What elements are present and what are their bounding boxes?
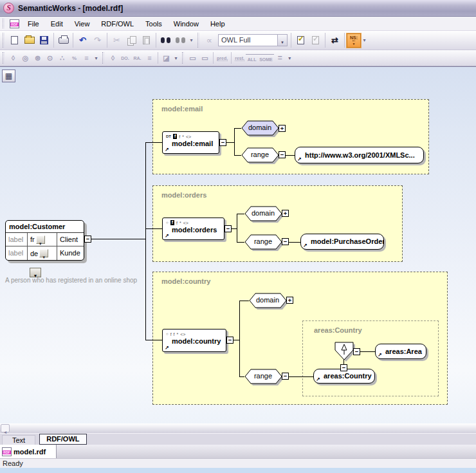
tab-rdfowl[interactable]: RDF/OWL — [39, 434, 86, 445]
owl-level-combobox[interactable]: OWL Full — [218, 34, 288, 46]
horizontal-scrollbar[interactable] — [0, 423, 476, 433]
square-class-tool-button[interactable]: ▭ — [199, 52, 211, 64]
domain-tool-button[interactable]: DO. — [119, 52, 131, 64]
collapse-box-orders-range[interactable] — [282, 238, 289, 245]
file-tab-model-rdf[interactable]: RDF model.rdf — [0, 445, 57, 458]
toolbar-grip[interactable] — [3, 19, 5, 28]
property-node-email[interactable]: DT f f * <> model:email — [162, 131, 219, 154]
toolbar-overflow-chevron[interactable] — [188, 31, 195, 50]
menu-tools[interactable]: Tools — [140, 18, 168, 30]
expand-box-orders-domain[interactable] — [282, 210, 289, 217]
check-syntax-button[interactable]: ✓ — [293, 33, 308, 48]
sync-button[interactable]: ⇄ — [327, 33, 342, 48]
domain-hexagon[interactable]: domain — [249, 293, 289, 311]
toolbar-grip[interactable] — [102, 52, 104, 64]
functional-badge: f — [173, 134, 177, 139]
property-node-orders[interactable]: ○ f f * <> model:orders — [162, 218, 224, 240]
toolbar-grip[interactable] — [182, 52, 184, 64]
goto-arrow-icon[interactable] — [303, 243, 307, 248]
toolbar-overflow-chevron[interactable] — [286, 50, 293, 66]
goto-arrow-icon[interactable] — [316, 377, 320, 382]
rounded-class-tool-button[interactable]: ▭ — [187, 52, 199, 64]
language-dropdown-button[interactable] — [36, 236, 45, 244]
open-button[interactable] — [22, 33, 37, 48]
toolbar-overflow-chevron[interactable] — [361, 31, 368, 50]
half-square-tool-button[interactable]: ◪ — [160, 52, 172, 64]
new-button[interactable] — [7, 33, 22, 48]
print-button[interactable] — [56, 33, 71, 48]
check-semantics-button[interactable]: ✓ — [308, 33, 323, 48]
overview-button[interactable] — [2, 70, 15, 82]
percent-tool-button[interactable]: % — [68, 52, 80, 64]
collapse-box-subclass-right[interactable] — [353, 348, 360, 355]
connector-line — [234, 128, 241, 129]
goto-arrow-icon[interactable] — [165, 147, 169, 153]
paste-button[interactable] — [139, 33, 154, 48]
base-uri-button[interactable]: ∝ — [202, 33, 217, 48]
menu-window[interactable]: Window — [168, 18, 205, 30]
tab-text[interactable]: Text — [2, 435, 35, 445]
goto-arrow-icon[interactable] — [165, 234, 169, 239]
circle-star-tool-button[interactable]: ⊛ — [32, 52, 44, 64]
range-target-node-xmlschema[interactable]: http://www.w3.org/2001/XMLSc... — [295, 147, 424, 163]
namespace-button[interactable]: NS: — [347, 33, 361, 48]
menu-rdfowl[interactable]: RDF/OWL — [95, 18, 140, 30]
goto-arrow-icon[interactable] — [165, 346, 169, 351]
pin-tool-button-2[interactable]: ◊ — [107, 52, 119, 64]
circles-tool-button[interactable]: ◎ — [19, 52, 32, 64]
collapse-box-customer[interactable] — [84, 236, 91, 243]
menu-file[interactable]: File — [22, 18, 45, 30]
redo-button[interactable]: ↷ — [90, 33, 105, 48]
find-next-binoculars-icon — [176, 37, 185, 43]
find-button[interactable] — [158, 33, 173, 48]
node-tree-tool-button[interactable]: ∴ — [56, 52, 68, 64]
class-node-customer[interactable]: model:Customer label fr Client label de … — [5, 220, 84, 261]
cut-button[interactable]: ✂ — [109, 33, 124, 48]
menu-help[interactable]: Help — [205, 18, 231, 30]
allvaluesfrom-tool-button[interactable]: ALL — [246, 54, 258, 64]
pin-tool-button[interactable]: ◊ — [7, 52, 19, 64]
scroll-left-button[interactable] — [1, 424, 10, 432]
copy-button[interactable] — [124, 33, 139, 48]
toolbar-overflow-chevron[interactable] — [93, 50, 100, 66]
toolbar-grip[interactable] — [3, 33, 5, 48]
restriction-tool-button[interactable]: rest. — [233, 52, 246, 64]
class-node-areas-area[interactable]: areas:Area — [375, 344, 426, 359]
range-target-node-purchaseorder[interactable]: model:PurchaseOrder — [300, 234, 384, 250]
collapse-box-subclass-down[interactable] — [340, 364, 347, 371]
circle-dot-tool-button[interactable]: ⊙ — [44, 52, 56, 64]
collapse-box-email-range[interactable] — [279, 151, 286, 158]
range-tool-button[interactable]: RA. — [131, 52, 143, 64]
collapse-box-orders[interactable] — [224, 225, 232, 232]
domain-hexagon[interactable]: domain — [241, 120, 281, 138]
goto-arrow-icon[interactable] — [297, 157, 302, 162]
toolbar-grip[interactable] — [3, 52, 5, 64]
save-button[interactable] — [37, 33, 51, 48]
collapse-box-country[interactable] — [226, 337, 233, 344]
expand-box-country-domain[interactable] — [286, 297, 293, 304]
range-hexagon[interactable]: range — [241, 147, 281, 165]
combobox-dropdown-button[interactable] — [277, 35, 287, 46]
domain-hexagon[interactable]: domain — [244, 206, 284, 224]
stack-tool-button[interactable]: ≡ — [80, 52, 93, 64]
menu-view[interactable]: View — [69, 18, 96, 30]
toolbar-grip[interactable] — [197, 33, 199, 48]
toolbar-overflow-chevron[interactable] — [172, 50, 179, 66]
predicate-tool-button[interactable]: pred. — [215, 52, 229, 64]
collapse-box-country-range[interactable] — [282, 373, 289, 380]
range-hexagon[interactable]: range — [244, 369, 284, 387]
undo-button[interactable]: ↶ — [75, 33, 90, 48]
collapse-box-email[interactable] — [219, 139, 226, 146]
language-dropdown-button[interactable] — [39, 249, 48, 257]
goto-arrow-icon[interactable] — [378, 353, 382, 358]
comment-dropdown-button[interactable] — [30, 268, 41, 277]
find-next-button[interactable] — [173, 33, 188, 48]
somevaluesfrom-tool-button[interactable]: SOME — [258, 54, 274, 64]
expand-box-email-domain[interactable] — [279, 125, 286, 132]
stack-tool-button-2[interactable]: ≡ — [143, 52, 156, 64]
equals-tool-button[interactable]: = — [274, 52, 286, 64]
range-hexagon[interactable]: range — [244, 234, 284, 252]
domain-label: domain — [244, 206, 282, 221]
menu-edit[interactable]: Edit — [45, 18, 69, 30]
property-node-country[interactable]: ○ f f * <> model:country — [162, 329, 226, 352]
